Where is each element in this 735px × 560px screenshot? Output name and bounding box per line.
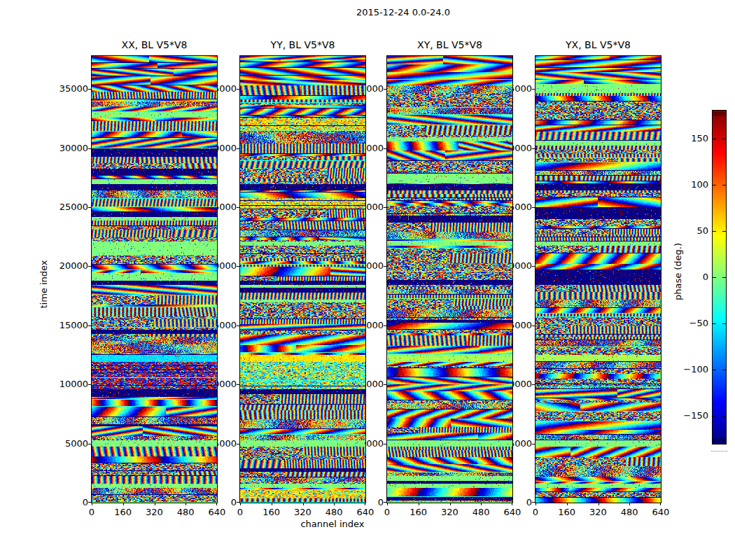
y-tick-mark (532, 148, 535, 149)
y-tick-mark (237, 266, 239, 267)
y-tick-mark (384, 89, 386, 90)
y-tick-mark (88, 89, 91, 90)
y-tick-mark (384, 444, 386, 444)
x-tick-mark (598, 503, 599, 505)
y-tick-mark (384, 502, 386, 503)
colorbar-tick-label: 0 (662, 272, 708, 283)
x-axis-label: channel index (262, 519, 402, 529)
y-tick-mark (384, 266, 386, 267)
figure-title: 2015-12-24 0.0-24.0 (263, 7, 543, 18)
colorbar-tick-mark (713, 185, 716, 186)
colorbar-tick-label: 150 (662, 133, 708, 144)
x-tick-mark (303, 503, 304, 505)
colorbar-label: phase (deg.) (673, 237, 684, 307)
heatmap-panel-xy (386, 55, 513, 503)
heatmap-canvas-xx (92, 56, 217, 503)
y-tick-mark (88, 207, 91, 208)
x-tick-label: 640 (640, 507, 682, 518)
colorbar-tick-label: −150 (662, 410, 708, 421)
y-tick-mark (237, 444, 239, 444)
y-tick-mark (532, 502, 535, 503)
x-tick-mark (450, 503, 451, 505)
y-tick-mark (88, 384, 91, 385)
y-tick-mark (88, 444, 91, 444)
x-tick-mark (334, 503, 335, 505)
colorbar-tick-mark (713, 139, 716, 139)
x-tick-mark (216, 503, 217, 505)
heatmap-canvas-yx (536, 56, 661, 503)
y-tick-mark (384, 148, 386, 149)
x-tick-mark (660, 503, 661, 505)
y-tick-mark (237, 207, 239, 208)
colorbar-tick-mark (722, 416, 726, 416)
y-tick-label: 30000 (43, 143, 88, 154)
heatmap-canvas-xy (387, 56, 512, 503)
y-tick-mark (384, 207, 386, 208)
colorbar-tick-label: 100 (662, 179, 708, 190)
y-tick-mark (88, 502, 91, 503)
colorbar-extend-dots (711, 451, 727, 452)
colorbar-tick-mark (713, 370, 716, 370)
x-tick-mark (387, 503, 388, 505)
colorbar-tick-mark (713, 323, 716, 324)
y-tick-label: 5000 (43, 438, 88, 449)
x-tick-mark (481, 503, 482, 505)
x-tick-mark (536, 503, 536, 505)
colorbar-tick-mark (722, 185, 726, 186)
heatmap-panel-yx (535, 55, 662, 503)
colorbar-tick-label: 50 (662, 225, 708, 237)
x-tick-mark (240, 503, 241, 505)
y-axis-label: time index (38, 249, 50, 319)
y-tick-mark (384, 326, 386, 326)
y-tick-mark (532, 384, 535, 385)
y-tick-mark (237, 89, 239, 90)
y-tick-label: 0 (43, 497, 88, 508)
x-tick-mark (512, 503, 512, 505)
heatmap-canvas-yy (240, 56, 365, 503)
y-tick-mark (532, 266, 535, 267)
x-tick-mark (629, 503, 630, 505)
heatmap-panel-xx (91, 55, 218, 503)
colorbar-tick-mark (713, 277, 716, 278)
x-tick-mark (365, 503, 365, 505)
y-tick-mark (237, 502, 239, 503)
colorbar-tick-mark (713, 416, 716, 416)
y-tick-label: 20000 (43, 260, 88, 272)
y-tick-mark (88, 326, 91, 326)
y-tick-mark (88, 266, 91, 267)
colorbar-tick-mark (722, 277, 726, 278)
phase-waterfall-figure: 2015-12-24 0.0-24.0 time index channel i… (0, 0, 735, 560)
y-tick-mark (532, 326, 535, 326)
x-tick-mark (186, 503, 186, 505)
panel-title-yy: YY, BL V5*V8 (240, 39, 366, 50)
y-tick-mark (237, 326, 239, 326)
y-tick-label: 10000 (43, 379, 88, 390)
colorbar-tick-mark (713, 231, 716, 232)
y-tick-mark (237, 384, 239, 385)
y-tick-mark (532, 207, 535, 208)
colorbar-tick-mark (722, 323, 726, 324)
y-tick-label: 15000 (43, 320, 88, 331)
y-tick-label: 35000 (43, 83, 88, 94)
x-tick-mark (567, 503, 568, 505)
colorbar-tick-mark (722, 139, 726, 139)
y-tick-label: 25000 (43, 202, 88, 213)
y-tick-mark (384, 384, 386, 385)
panel-title-xx: XX, BL V5*V8 (92, 39, 218, 50)
colorbar-tick-label: −100 (662, 364, 708, 375)
panel-title-xy: XY, BL V5*V8 (387, 39, 513, 50)
y-tick-mark (532, 444, 535, 444)
colorbar-tick-mark (722, 231, 726, 232)
x-tick-mark (155, 503, 155, 505)
x-tick-mark (272, 503, 272, 505)
panel-title-yx: YX, BL V5*V8 (536, 39, 662, 50)
colorbar-tick-mark (722, 370, 726, 370)
x-tick-mark (92, 503, 92, 505)
x-tick-mark (419, 503, 419, 505)
x-tick-mark (123, 503, 124, 505)
y-tick-mark (88, 148, 91, 149)
y-tick-mark (532, 89, 535, 90)
heatmap-panel-yy (239, 55, 366, 503)
y-tick-mark (237, 148, 239, 149)
colorbar-tick-label: −50 (662, 318, 708, 329)
